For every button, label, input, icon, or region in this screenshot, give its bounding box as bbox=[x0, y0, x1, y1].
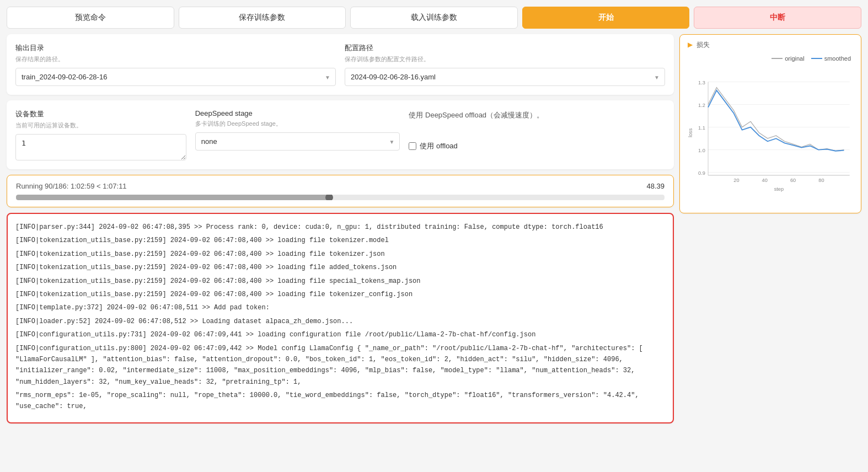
offload-checkbox-row: 使用 offload bbox=[409, 141, 665, 151]
deepspeed-select[interactable]: none stage1 stage2 stage3 bbox=[195, 132, 400, 151]
progress-thumb bbox=[325, 195, 333, 200]
content-area: 输出目录 保存结果的路径。 train_2024-09-02-06-28-16 … bbox=[7, 34, 861, 423]
load-params-button[interactable]: 载入训练参数 bbox=[350, 7, 518, 29]
svg-text:1.2: 1.2 bbox=[698, 103, 705, 108]
output-dir-hint: 保存结果的路径。 bbox=[15, 55, 336, 63]
progress-text: Running 90/186: 1:02:59 < 1:07:11 bbox=[16, 182, 127, 190]
config-path-select-wrapper: 2024-09-02-06-28-16.yaml ▼ bbox=[345, 68, 665, 86]
output-dir-label: 输出目录 bbox=[15, 43, 336, 53]
device-count-group: 设备数量 当前可用的运算设备数。 1 bbox=[15, 109, 186, 160]
svg-text:80: 80 bbox=[818, 178, 824, 183]
left-panel: 输出目录 保存结果的路径。 train_2024-09-02-06-28-16 … bbox=[7, 34, 674, 423]
svg-text:loss: loss bbox=[688, 128, 693, 137]
svg-text:40: 40 bbox=[762, 178, 768, 183]
right-panel: ▶ 损失 original smoothed bbox=[679, 34, 861, 423]
legend-original-line bbox=[771, 58, 783, 59]
preview-command-button[interactable]: 预览命令 bbox=[7, 7, 174, 29]
svg-text:60: 60 bbox=[790, 178, 796, 183]
chart-legend: original smoothed bbox=[685, 53, 855, 64]
offload-checkbox[interactable] bbox=[409, 142, 416, 150]
loss-label: 损失 bbox=[696, 41, 710, 49]
progress-bar-fill bbox=[16, 195, 330, 200]
loss-chart-svg: 1.3 1.2 1.1 1.0 0.9 20 40 60 80 step lo bbox=[685, 64, 855, 207]
deepspeed-label: DeepSpeed stage bbox=[195, 109, 400, 117]
loss-icon: ▶ bbox=[688, 41, 693, 49]
device-count-hint: 当前可用的运算设备数。 bbox=[15, 121, 186, 130]
log-line: [INFO|tokenization_utils_base.py:2159] 2… bbox=[15, 249, 665, 260]
save-params-button[interactable]: 保存训练参数 bbox=[179, 7, 346, 29]
stop-button[interactable]: 中断 bbox=[694, 7, 861, 29]
config-path-group: 配置路径 保存训练参数的配置文件路径。 2024-09-02-06-28-16.… bbox=[345, 43, 665, 86]
legend-smoothed-label: smoothed bbox=[824, 55, 851, 62]
device-count-label: 设备数量 bbox=[15, 109, 186, 119]
log-line: [INFO|tokenization_utils_base.py:2159] 2… bbox=[15, 276, 665, 287]
svg-text:1.1: 1.1 bbox=[698, 125, 705, 131]
offload-group: 使用 DeepSpeed offload（会减慢速度）。 使用 offload bbox=[409, 109, 665, 151]
output-dir-select-wrapper: train_2024-09-02-06-28-16 ▼ bbox=[15, 68, 336, 86]
legend-smoothed-line bbox=[811, 58, 822, 59]
path-row: 输出目录 保存结果的路径。 train_2024-09-02-06-28-16 … bbox=[15, 43, 665, 86]
deepspeed-hint: 多卡训练的 DeepSpeed stage。 bbox=[195, 120, 400, 128]
legend-original: original bbox=[771, 55, 804, 62]
loss-title: ▶ 损失 bbox=[685, 40, 855, 50]
log-line: [INFO|configuration_utils.py:800] 2024-0… bbox=[15, 343, 665, 388]
svg-text:20: 20 bbox=[733, 178, 739, 183]
svg-text:0.9: 0.9 bbox=[698, 170, 705, 176]
deepspeed-group: DeepSpeed stage 多卡训练的 DeepSpeed stage。 n… bbox=[195, 109, 400, 151]
config-path-hint: 保存训练参数的配置文件路径。 bbox=[345, 55, 665, 63]
legend-original-label: original bbox=[785, 55, 804, 62]
offload-label: 使用 DeepSpeed offload（会减慢速度）。 bbox=[409, 110, 665, 120]
svg-text:1.3: 1.3 bbox=[698, 80, 705, 85]
chart-container: 1.3 1.2 1.1 1.0 0.9 20 40 60 80 step lo bbox=[685, 64, 855, 207]
loss-card: ▶ 损失 original smoothed bbox=[679, 34, 861, 213]
output-dir-group: 输出目录 保存结果的路径。 train_2024-09-02-06-28-16 … bbox=[15, 43, 336, 86]
log-line: [INFO|loader.py:52] 2024-09-02 06:47:08,… bbox=[15, 316, 665, 327]
svg-text:step: step bbox=[774, 186, 784, 192]
log-card: [INFO|parser.py:344] 2024-09-02 06:47:08… bbox=[7, 213, 674, 423]
progress-bar-bg bbox=[16, 195, 665, 200]
device-row: 设备数量 当前可用的运算设备数。 1 DeepSpeed stage 多卡训练的… bbox=[15, 109, 665, 160]
log-line: [INFO|configuration_utils.py:731] 2024-0… bbox=[15, 329, 665, 340]
device-count-input[interactable]: 1 bbox=[15, 134, 186, 160]
svg-text:1.0: 1.0 bbox=[698, 148, 705, 153]
log-line: [INFO|template.py:372] 2024-09-02 06:47:… bbox=[15, 302, 665, 313]
log-line: [INFO|tokenization_utils_base.py:2159] 2… bbox=[15, 235, 665, 246]
deepspeed-select-wrapper: none stage1 stage2 stage3 ▼ bbox=[195, 132, 400, 151]
main-container: 预览命令 保存训练参数 载入训练参数 开始 中断 输出目录 保存结果的路径。 t… bbox=[0, 0, 868, 472]
progress-card: Running 90/186: 1:02:59 < 1:07:11 48.39 bbox=[7, 175, 674, 207]
output-dir-select[interactable]: train_2024-09-02-06-28-16 bbox=[15, 68, 336, 86]
progress-info: Running 90/186: 1:02:59 < 1:07:11 48.39 bbox=[16, 182, 665, 190]
path-card: 输出目录 保存结果的路径。 train_2024-09-02-06-28-16 … bbox=[7, 34, 674, 95]
log-line: [INFO|parser.py:344] 2024-09-02 06:47:08… bbox=[15, 222, 665, 233]
progress-value: 48.39 bbox=[646, 182, 665, 190]
toolbar: 预览命令 保存训练参数 载入训练参数 开始 中断 bbox=[7, 7, 861, 29]
device-card: 设备数量 当前可用的运算设备数。 1 DeepSpeed stage 多卡训练的… bbox=[7, 100, 674, 169]
log-line: [INFO|tokenization_utils_base.py:2159] 2… bbox=[15, 289, 665, 300]
config-path-label: 配置路径 bbox=[345, 43, 665, 53]
offload-text: 使用 offload bbox=[420, 141, 457, 151]
start-button[interactable]: 开始 bbox=[522, 7, 690, 29]
legend-smoothed: smoothed bbox=[811, 55, 851, 62]
log-line: [INFO|tokenization_utils_base.py:2159] 2… bbox=[15, 262, 665, 273]
log-line: "rms_norm_eps": 1e-05, "rope_scaling": n… bbox=[15, 390, 665, 412]
config-path-select[interactable]: 2024-09-02-06-28-16.yaml bbox=[345, 68, 665, 86]
